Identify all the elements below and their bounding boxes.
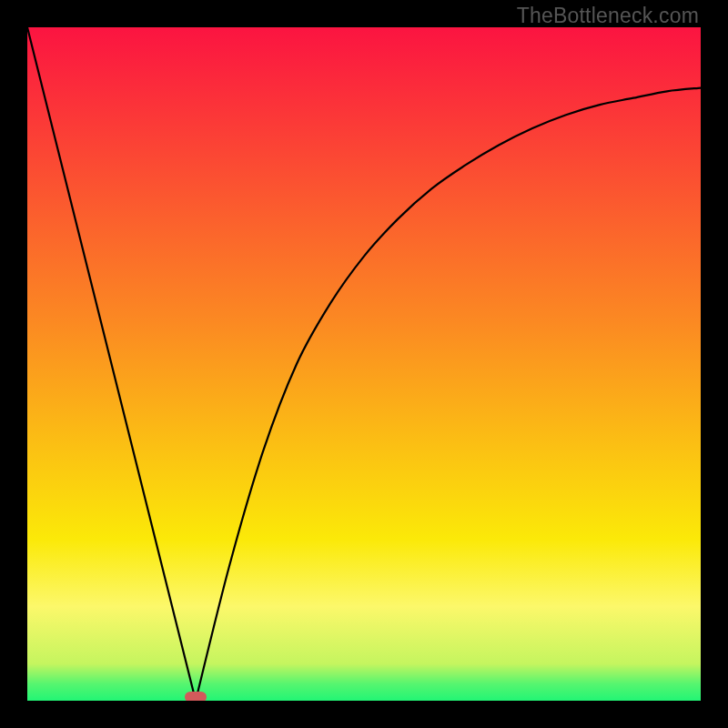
minimum-marker-pill bbox=[185, 692, 207, 701]
chart-frame: TheBottleneck.com bbox=[0, 0, 728, 728]
bottleneck-curve bbox=[27, 27, 701, 701]
plot-area bbox=[27, 27, 701, 701]
minimum-marker bbox=[185, 692, 207, 701]
watermark-label: TheBottleneck.com bbox=[517, 4, 699, 28]
